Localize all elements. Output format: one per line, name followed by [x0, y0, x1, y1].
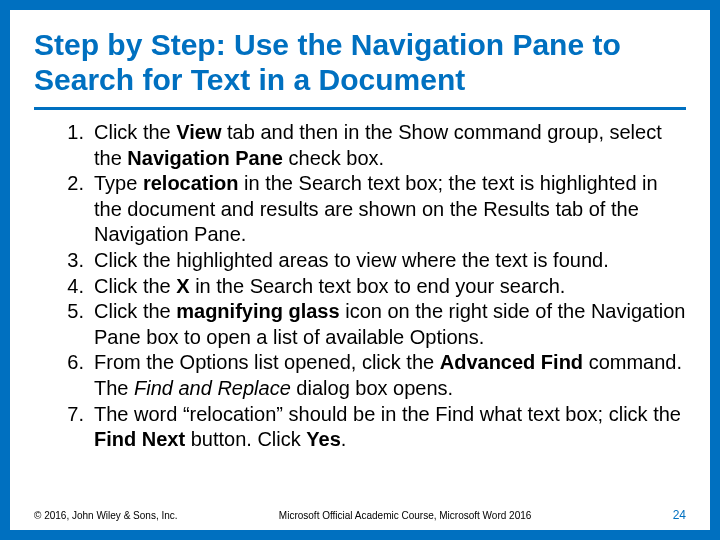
bold-x: X [176, 275, 189, 297]
step-3: Click the highlighted areas to view wher… [34, 248, 686, 274]
slide: Step by Step: Use the Navigation Pane to… [0, 0, 720, 540]
slide-footer: © 2016, John Wiley & Sons, Inc. Microsof… [34, 508, 686, 522]
step-2: Type relocation in the Search text box; … [34, 171, 686, 248]
bold-magnifying-glass: magnifying glass [176, 300, 339, 322]
step-4: Click the X in the Search text box to en… [34, 274, 686, 300]
text: Type [94, 172, 143, 194]
course-text: Microsoft Official Academic Course, Micr… [138, 510, 673, 521]
page-number: 24 [673, 508, 686, 522]
text: From the Options list opened, click the [94, 351, 440, 373]
steps-list: Click the View tab and then in the Show … [34, 120, 686, 453]
step-5: Click the magnifying glass icon on the r… [34, 299, 686, 350]
text: button. Click [185, 428, 306, 450]
text: check box. [283, 147, 384, 169]
italic-find-and-replace: Find and Replace [134, 377, 291, 399]
step-7: The word “relocation” should be in the F… [34, 402, 686, 453]
text: Click the [94, 300, 176, 322]
bold-advanced-find: Advanced Find [440, 351, 583, 373]
text: in the Search text box to end your searc… [190, 275, 566, 297]
step-6: From the Options list opened, click the … [34, 350, 686, 401]
bold-relocation: relocation [143, 172, 239, 194]
slide-title: Step by Step: Use the Navigation Pane to… [34, 28, 686, 97]
text: Click the highlighted areas to view wher… [94, 249, 609, 271]
text: dialog box opens. [291, 377, 453, 399]
text: Click the [94, 121, 176, 143]
title-divider [34, 107, 686, 110]
bold-view: View [176, 121, 221, 143]
bold-navigation-pane: Navigation Pane [127, 147, 283, 169]
bold-find-next: Find Next [94, 428, 185, 450]
step-1: Click the View tab and then in the Show … [34, 120, 686, 171]
text: The word “relocation” should be in the F… [94, 403, 681, 425]
text: . [341, 428, 347, 450]
text: Click the [94, 275, 176, 297]
bold-yes: Yes [306, 428, 340, 450]
